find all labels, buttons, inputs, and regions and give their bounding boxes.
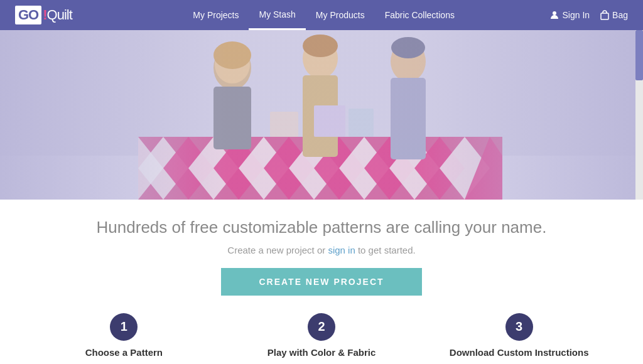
subheadline: Create a new project or sign in to get s… <box>13 245 630 255</box>
main-content: Hundreds of free customizable patterns a… <box>0 200 643 364</box>
steps-section: 1 Choose a Pattern Choose from hundreds … <box>13 313 630 364</box>
step-3-title: Download Custom Instructions <box>433 347 605 358</box>
main-nav: My Projects My Stash My Products Fabric … <box>97 0 551 30</box>
svg-rect-37 <box>0 30 643 200</box>
svg-rect-1 <box>601 13 608 19</box>
header-right: Sign In Bag <box>550 10 628 20</box>
step-2-number: 2 <box>308 313 335 341</box>
hero-section <box>0 30 643 200</box>
scrollbar[interactable] <box>635 30 643 200</box>
user-icon <box>550 11 559 19</box>
subheadline-prefix: Create a new project or <box>227 245 325 255</box>
logo-go: GO <box>15 6 41 24</box>
step-1-number: 1 <box>110 313 138 341</box>
logo[interactable]: GO!Quilt <box>15 6 72 24</box>
nav-my-stash[interactable]: My Stash <box>249 0 305 30</box>
svg-point-0 <box>553 11 556 15</box>
step-2-title: Play with Color & Fabric <box>235 347 408 358</box>
step-1-title: Choose a Pattern <box>38 347 210 358</box>
step-2: 2 Play with Color & Fabric Choose from a… <box>235 313 408 364</box>
nav-fabric-collections[interactable]: Fabric Collections <box>375 0 465 30</box>
step-1: 1 Choose a Pattern Choose from hundreds … <box>38 313 210 364</box>
sign-in-button[interactable]: Sign In <box>550 10 590 20</box>
subheadline-suffix-text: to get started. <box>358 245 416 255</box>
create-project-button[interactable]: CREATE NEW PROJECT <box>221 268 421 296</box>
sign-in-link[interactable]: sign in <box>328 245 355 255</box>
headline: Hundreds of free customizable patterns a… <box>13 217 630 238</box>
scroll-thumb[interactable] <box>635 30 643 80</box>
nav-my-products[interactable]: My Products <box>306 0 375 30</box>
bag-button[interactable]: Bag <box>600 10 628 20</box>
nav-my-projects[interactable]: My Projects <box>183 0 249 30</box>
bag-icon <box>600 10 610 20</box>
logo-quilt: Quilt <box>47 7 72 23</box>
hero-image <box>0 30 643 200</box>
header: GO!Quilt My Projects My Stash My Product… <box>0 0 643 30</box>
step-3-number: 3 <box>505 313 533 341</box>
step-3: 3 Download Custom Instructions After you… <box>433 313 605 364</box>
